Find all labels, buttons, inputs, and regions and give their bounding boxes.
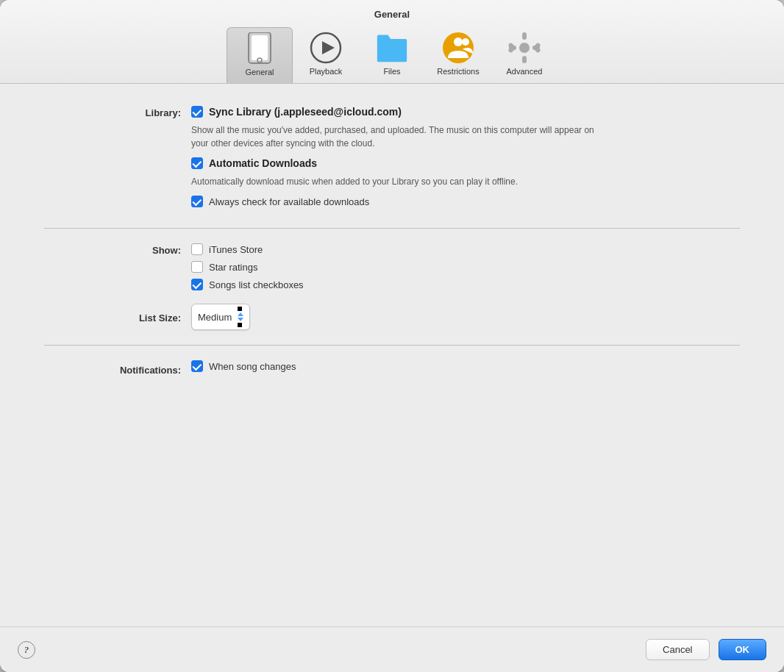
library-label: Library: (44, 106, 191, 118)
arrow-up-icon (238, 312, 243, 316)
list-size-label: List Size: (44, 311, 191, 324)
notifications-row: Notifications: When song changes (44, 360, 740, 378)
divider-1 (44, 228, 740, 229)
tab-advanced[interactable]: Advanced (491, 27, 557, 83)
sync-library-checkbox[interactable] (191, 106, 203, 118)
auto-downloads-checkbox[interactable] (191, 157, 203, 169)
cancel-button[interactable]: Cancel (646, 639, 709, 660)
library-content: Sync Library (j.appleseed@icloud.com) Sh… (191, 106, 740, 213)
toolbar: General Playback File (12, 27, 772, 83)
star-ratings-checkbox[interactable] (191, 261, 203, 273)
select-arrows (238, 307, 243, 327)
auto-downloads-label: Automatic Downloads (209, 157, 317, 169)
svg-rect-1 (252, 35, 268, 60)
tab-restrictions-label: Restrictions (437, 67, 479, 76)
advanced-icon (508, 32, 541, 64)
show-section: Show: iTunes Store Star ratings Songs li… (44, 243, 740, 330)
songs-list-row: Songs list checkboxes (191, 279, 740, 290)
divider-2 (44, 345, 740, 346)
help-button[interactable]: ? (18, 641, 35, 659)
tab-files-label: Files (383, 67, 400, 76)
general-icon (243, 32, 276, 65)
songs-list-checkbox[interactable] (191, 279, 203, 290)
itunes-store-checkbox[interactable] (191, 243, 203, 255)
always-check-label: Always check for available downloads (209, 196, 369, 207)
list-size-row: List Size: Medium (44, 304, 740, 330)
always-check-row: Always check for available downloads (191, 196, 740, 207)
ok-button[interactable]: OK (719, 639, 767, 660)
itunes-store-label: iTunes Store (209, 244, 263, 255)
sync-library-row: Sync Library (j.appleseed@icloud.com) (191, 106, 740, 118)
tab-general[interactable]: General (227, 27, 293, 83)
show-content: iTunes Store Star ratings Songs list che… (191, 243, 740, 296)
arrow-down-icon (238, 318, 243, 321)
footer-buttons: Cancel OK (646, 639, 766, 660)
list-size-content: Medium (191, 304, 740, 330)
content-area: Library: Sync Library (j.appleseed@iclou… (0, 84, 784, 626)
restrictions-icon (442, 32, 474, 64)
auto-downloads-row: Automatic Downloads (191, 157, 740, 169)
when-song-changes-row: When song changes (191, 360, 740, 372)
files-icon (376, 32, 408, 64)
star-ratings-label: Star ratings (209, 262, 257, 273)
svg-point-5 (443, 32, 474, 63)
tab-general-label: General (245, 68, 274, 76)
playback-icon (310, 32, 342, 64)
show-label: Show: (44, 243, 191, 256)
tab-playback-label: Playback (310, 67, 343, 76)
notifications-section: Notifications: When song changes (44, 360, 740, 378)
svg-point-7 (462, 38, 469, 46)
tab-restrictions[interactable]: Restrictions (425, 27, 491, 83)
show-row: Show: iTunes Store Star ratings Songs li… (44, 243, 740, 296)
window-title: General (12, 9, 772, 20)
svg-rect-9 (522, 32, 527, 40)
tab-files[interactable]: Files (359, 27, 425, 83)
itunes-store-row: iTunes Store (191, 243, 740, 255)
sync-library-label: Sync Library (j.appleseed@icloud.com) (209, 106, 402, 118)
when-song-changes-checkbox[interactable] (191, 360, 203, 372)
sync-description: Show all the music you've added, purchas… (191, 124, 610, 150)
star-ratings-row: Star ratings (191, 261, 740, 273)
library-row: Library: Sync Library (j.appleseed@iclou… (44, 106, 740, 213)
list-size-value: Medium (198, 312, 232, 323)
preferences-window: General General (0, 0, 784, 672)
svg-rect-10 (522, 56, 527, 63)
songs-list-label: Songs list checkboxes (209, 279, 304, 290)
footer: ? Cancel OK (0, 626, 784, 672)
auto-download-description: Automatically download music when added … (191, 175, 610, 188)
notifications-content: When song changes (191, 360, 740, 378)
tab-advanced-label: Advanced (507, 67, 543, 76)
svg-marker-4 (322, 41, 335, 54)
library-section: Library: Sync Library (j.appleseed@iclou… (44, 106, 740, 213)
svg-point-6 (454, 37, 463, 46)
list-size-select[interactable]: Medium (191, 304, 250, 330)
tab-playback[interactable]: Playback (293, 27, 359, 83)
always-check-checkbox[interactable] (191, 196, 203, 207)
svg-point-8 (519, 43, 530, 53)
title-bar: General General (0, 0, 784, 84)
notifications-label: Notifications: (44, 363, 191, 376)
when-song-changes-label: When song changes (209, 361, 296, 372)
